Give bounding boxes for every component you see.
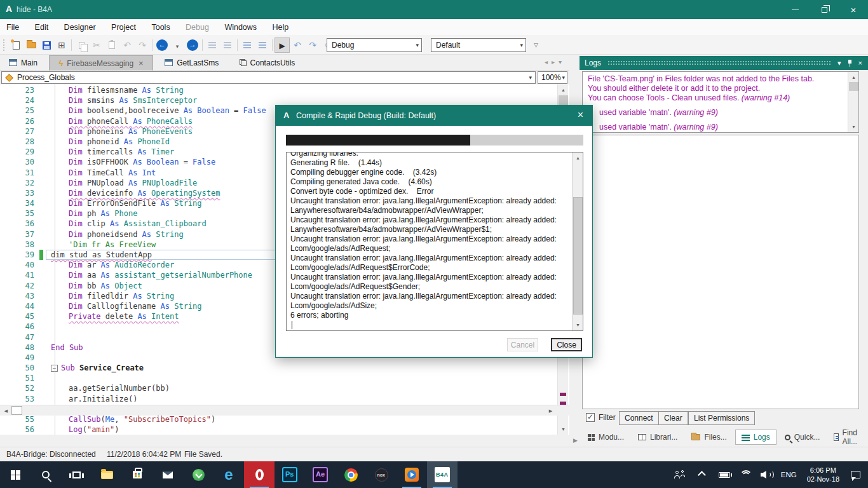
taskbar-opera-button[interactable] — [244, 461, 275, 488]
line-number[interactable]: 27 — [0, 126, 39, 137]
line-number[interactable]: 34 — [0, 198, 39, 208]
line-number[interactable]: 47 — [0, 332, 39, 342]
panel-menu-icon[interactable]: ▾ — [837, 59, 841, 67]
panel-tab-files[interactable]: Files... — [686, 430, 732, 445]
dialog-close-button[interactable]: Close — [551, 338, 582, 351]
code-text[interactable]: Dim isOFFHOOK As Boolean = False — [46, 158, 215, 166]
line-number[interactable]: 55 — [0, 414, 39, 424]
toolbar-overflow-icon[interactable] — [534, 40, 538, 49]
line-number[interactable]: 37 — [0, 229, 39, 240]
run-button[interactable] — [275, 37, 290, 53]
taskbar-idm-button[interactable] — [183, 461, 214, 488]
navigate-back-button[interactable]: ← — [154, 37, 170, 53]
editor-hscrollbar[interactable]: ◀ ▶ — [0, 405, 569, 416]
code-text[interactable]: Private delete As Intent — [46, 312, 179, 321]
code-text[interactable] — [46, 322, 69, 331]
taskbar-task-view-button[interactable] — [61, 461, 92, 488]
taskbar-clock[interactable]: 6:06 PM 02-Nov-18 — [807, 466, 839, 484]
save-button[interactable] — [39, 37, 54, 53]
scroll-left-icon[interactable]: ◀ — [1, 406, 11, 416]
taskbar-nox-button[interactable] — [366, 461, 397, 488]
code-text[interactable] — [46, 353, 51, 362]
scrollbar-thumb[interactable] — [11, 406, 22, 415]
line-number[interactable]: 30 — [0, 157, 39, 167]
comment-button[interactable] — [240, 37, 255, 53]
build-configuration-select[interactable]: Default ▾ — [431, 38, 526, 52]
undo-button[interactable] — [119, 37, 135, 53]
dialog-close-icon[interactable]: × — [578, 109, 583, 121]
scrollbar-thumb[interactable] — [849, 82, 858, 91]
taskbar-start-button[interactable] — [0, 461, 31, 488]
scroll-down-icon[interactable]: ▼ — [558, 424, 569, 434]
code-text[interactable]: Dim aa As assistant_getserialNumberPhone — [46, 271, 252, 280]
code-text[interactable]: aa.getSerialNumber(bb) — [46, 384, 170, 393]
taskbar-edge-button[interactable] — [214, 461, 244, 488]
cancel-button[interactable]: Cancel — [507, 338, 538, 351]
taskbar-file-explorer-button[interactable] — [92, 461, 122, 488]
redo-button[interactable] — [135, 37, 150, 53]
code-line-50[interactable]: 50−Sub Service_Create — [0, 363, 557, 373]
tab-getlastsms[interactable]: GetLastSms — [156, 55, 227, 71]
code-text[interactable]: Dim filesmsname As String — [46, 86, 184, 95]
maximize-button[interactable] — [810, 0, 839, 19]
dialog-title-bar[interactable]: A Compile & Rapid Debug (Build: Default)… — [276, 105, 592, 126]
taskbar-mail-button[interactable] — [153, 461, 183, 488]
scrollbar-thumb[interactable] — [573, 197, 583, 315]
code-text[interactable]: Dim TimeCall As Int — [46, 168, 156, 177]
taskbar-video-player-button[interactable] — [397, 461, 427, 488]
code-text[interactable]: CallSub(Me, "SubscribeToTopics") — [46, 415, 215, 424]
line-number[interactable]: 52 — [0, 383, 39, 393]
menu-designer[interactable]: Designer — [58, 19, 102, 36]
line-number[interactable]: 38 — [0, 240, 39, 250]
people-icon[interactable] — [674, 471, 685, 479]
line-number[interactable]: 28 — [0, 137, 39, 147]
code-text[interactable]: Dim phoneid As PhoneId — [46, 137, 170, 146]
line-number[interactable]: 26 — [0, 116, 39, 126]
chevron-up-icon[interactable] — [698, 471, 706, 479]
code-text[interactable]: Dim timercalls As Timer — [46, 147, 174, 156]
line-number[interactable]: 23 — [0, 85, 39, 95]
taskbar-search-button[interactable] — [31, 461, 61, 488]
line-number[interactable]: 36 — [0, 219, 39, 229]
debug-mode-select[interactable]: Debug ▾ — [327, 38, 422, 52]
outdent-button[interactable] — [220, 37, 235, 53]
code-line-56[interactable]: 56Log("amin") — [0, 424, 557, 435]
panel-tab-find-all[interactable]: Find All... — [828, 430, 868, 445]
panel-close-icon[interactable]: × — [858, 59, 862, 67]
code-text[interactable]: Dim ph As Phone — [46, 209, 137, 218]
menu-file[interactable]: File — [0, 19, 25, 36]
code-text[interactable]: Dim deviceinfo As OperatingSystem — [46, 189, 220, 198]
paste-button[interactable] — [104, 37, 119, 53]
step-into-button[interactable] — [290, 37, 305, 53]
close-tab-icon[interactable]: × — [139, 58, 144, 68]
line-number[interactable]: 45 — [0, 311, 39, 322]
scroll-down-icon[interactable]: ▼ — [573, 320, 583, 330]
connect-button[interactable]: Connect — [619, 411, 659, 425]
navigate-forward-button[interactable]: → — [185, 37, 200, 53]
menu-edit[interactable]: Edit — [29, 19, 55, 36]
menu-windows[interactable]: Windows — [218, 19, 263, 36]
volume-icon[interactable] — [761, 470, 772, 479]
line-number[interactable]: 53 — [0, 394, 39, 404]
code-text[interactable]: Dim smsins As SmsInterceptor — [46, 96, 197, 105]
warnings-box[interactable]: File 'CS-Team.png' in Files folder was n… — [582, 71, 859, 133]
pin-icon[interactable] — [847, 59, 853, 67]
line-number[interactable]: 40 — [0, 260, 39, 270]
action-center-icon[interactable] — [851, 471, 860, 478]
line-number[interactable]: 31 — [0, 168, 39, 178]
close-button[interactable]: × — [839, 0, 868, 19]
line-number[interactable]: 42 — [0, 281, 39, 291]
panel-tab-libraries[interactable]: Librari... — [632, 430, 683, 445]
menu-help[interactable]: Help — [266, 19, 295, 36]
line-number[interactable]: 24 — [0, 95, 39, 105]
line-number[interactable]: 25 — [0, 105, 39, 116]
scroll-up-icon[interactable]: ▲ — [848, 72, 859, 82]
tab-main[interactable]: Main — [0, 55, 46, 71]
new-button[interactable] — [8, 37, 24, 53]
sub-selector[interactable]: Process_Globals ▾ — [1, 71, 536, 84]
line-number[interactable]: 43 — [0, 291, 39, 301]
filter-checkbox[interactable]: ✓ — [586, 413, 595, 422]
back-history-dropdown[interactable] — [170, 37, 185, 53]
code-text[interactable]: Dim PNUpload As PNUploadFile — [46, 179, 197, 187]
logs-output-view[interactable] — [582, 135, 859, 409]
